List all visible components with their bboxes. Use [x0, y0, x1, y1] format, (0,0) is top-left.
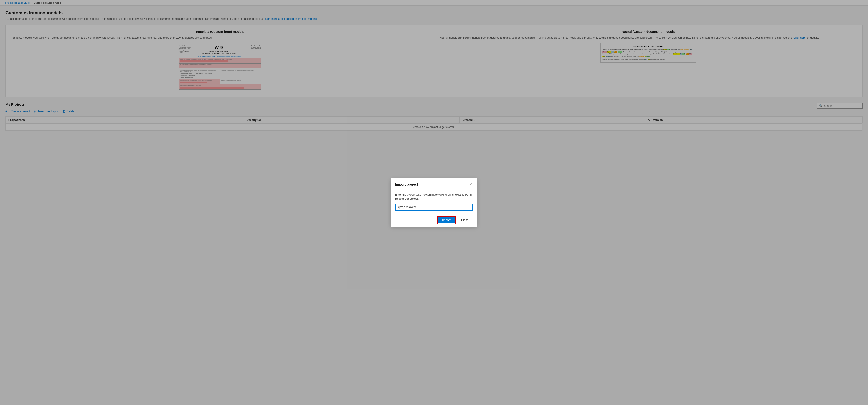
dialog-footer: Import Close — [391, 214, 477, 226]
dialog-body: Enter the project token to continue work… — [391, 189, 477, 214]
dialog-title: Import project — [395, 182, 418, 186]
close-dialog-button[interactable]: Close — [457, 217, 473, 223]
dialog-overlay: Import project ✕ Enter the project token… — [0, 0, 868, 405]
dialog-close-button[interactable]: ✕ — [468, 182, 473, 187]
dialog-header: Import project ✕ — [391, 179, 477, 189]
import-confirm-button[interactable]: Import — [438, 217, 455, 223]
dialog-description: Enter the project token to continue work… — [395, 193, 473, 201]
project-token-input[interactable] — [395, 204, 473, 211]
import-dialog: Import project ✕ Enter the project token… — [391, 178, 477, 227]
